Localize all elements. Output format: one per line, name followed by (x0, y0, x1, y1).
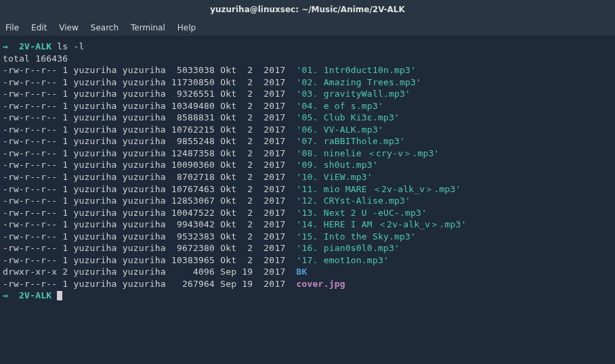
file-name: BK (297, 267, 308, 277)
file-name: '09. sh0ut.mp3' (297, 160, 378, 170)
file-name: '07. raBBIThole.mp3' (297, 136, 406, 146)
listing-row: -rw-r--r-- 1 yuzuriha yuzuriha 12853067 … (3, 195, 612, 207)
listing-row: -rw-r--r-- 1 yuzuriha yuzuriha 9855248 O… (3, 135, 612, 147)
listing-row: -rw-r--r-- 1 yuzuriha yuzuriha 10762215 … (3, 124, 612, 136)
menu-terminal[interactable]: Terminal (131, 23, 165, 32)
listing-row: -rw-r--r-- 1 yuzuriha yuzuriha 267964 Se… (3, 278, 612, 290)
prompt-line: → 2V-ALK ls -l (3, 41, 612, 53)
file-name: '12. CRYst-Alise.mp3' (297, 196, 411, 206)
file-name: '16. pian0s0l0.mp3' (297, 243, 400, 253)
file-name: '11. mio MARE ＜2v-alk_v＞.mp3' (297, 184, 461, 194)
listing-row: -rw-r--r-- 1 yuzuriha yuzuriha 8702718 O… (3, 171, 612, 183)
file-name: '01. 1ntr0duct10n.mp3' (297, 65, 417, 75)
prompt-cwd: 2V-ALK (19, 41, 51, 51)
listing-row: -rw-r--r-- 1 yuzuriha yuzuriha 10090360 … (3, 159, 612, 171)
file-name: '13. Next 2 U -eUC-.mp3' (297, 208, 427, 218)
listing-row: -rw-r--r-- 1 yuzuriha yuzuriha 12487358 … (3, 147, 612, 160)
file-name: '04. e of s.mp3' (297, 101, 383, 111)
window-title: yuzuriha@linuxsec: ~/Music/Anime/2V-ALK (210, 5, 405, 14)
menu-view[interactable]: View (59, 23, 78, 32)
terminal-output[interactable]: → 2V-ALK ls -ltotal 166436-rw-r--r-- 1 y… (0, 37, 615, 306)
listing-row: -rw-r--r-- 1 yuzuriha yuzuriha 9532383 O… (3, 231, 612, 243)
listing-row: -rw-r--r-- 1 yuzuriha yuzuriha 11730850 … (3, 76, 612, 89)
prompt-line: → 2V-ALK (3, 290, 612, 302)
file-name: '05. Club Ki3ε.mp3' (297, 112, 400, 122)
file-name: '17. emot1on.mp3' (297, 255, 389, 265)
file-name: '06. VV-ALK.mp3' (297, 124, 383, 135)
listing-row: -rw-r--r-- 1 yuzuriha yuzuriha 9672380 O… (3, 242, 612, 254)
menu-edit[interactable]: Edit (31, 23, 47, 32)
file-name: '14. HERE I AM ＜2v-alk_v＞.mp3' (297, 219, 467, 229)
listing-row: -rw-r--r-- 1 yuzuriha yuzuriha 9943042 O… (3, 219, 612, 231)
title-bar: yuzuriha@linuxsec: ~/Music/Anime/2V-ALK (0, 0, 615, 19)
listing-row: -rw-r--r-- 1 yuzuriha yuzuriha 5033038 O… (3, 64, 612, 76)
typed-command: ls -l (57, 41, 84, 51)
file-name: '08. ninelie ＜cry-v＞.mp3' (297, 148, 440, 158)
menu-search[interactable]: Search (91, 23, 119, 32)
listing-row: -rw-r--r-- 1 yuzuriha yuzuriha 10349480 … (3, 100, 612, 112)
listing-row: -rw-r--r-- 1 yuzuriha yuzuriha 10047522 … (3, 207, 612, 219)
prompt-cwd: 2V-ALK (19, 290, 51, 300)
cursor (57, 291, 62, 300)
listing-row: -rw-r--r-- 1 yuzuriha yuzuriha 9326551 O… (3, 88, 612, 100)
file-name: '15. Into the Sky.mp3' (297, 231, 417, 242)
listing-row: -rw-r--r-- 1 yuzuriha yuzuriha 8588831 O… (3, 112, 612, 124)
menu-file[interactable]: File (5, 23, 19, 32)
file-name: '03. gravityWall.mp3' (297, 89, 411, 99)
listing-row: -rw-r--r-- 1 yuzuriha yuzuriha 10767463 … (3, 183, 612, 196)
listing-row: drwxr-xr-x 2 yuzuriha yuzuriha 4096 Sep … (3, 266, 612, 278)
file-name: '02. Amazing Trees.mp3' (297, 77, 422, 87)
menu-help[interactable]: Help (177, 23, 196, 32)
file-name: cover.jpg (297, 279, 345, 289)
listing-row: -rw-r--r-- 1 yuzuriha yuzuriha 10383965 … (3, 254, 612, 267)
prompt-arrow-icon: → (3, 41, 19, 51)
menu-bar: File Edit View Search Terminal Help (0, 19, 615, 37)
total-line: total 166436 (3, 53, 612, 65)
prompt-arrow-icon: → (3, 290, 19, 300)
file-name: '10. ViEW.mp3' (297, 172, 373, 182)
